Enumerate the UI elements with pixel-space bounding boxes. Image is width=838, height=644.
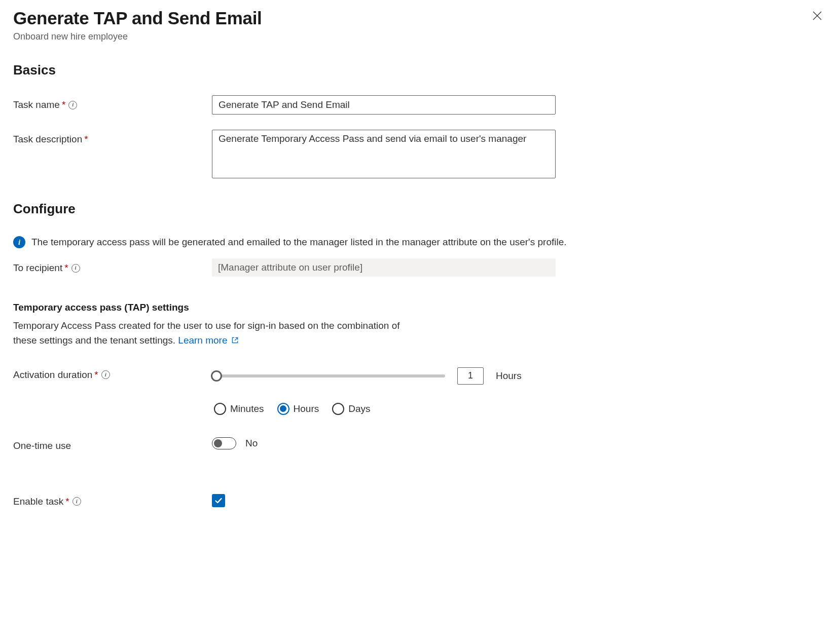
to-recipient-label: To recipient: [13, 262, 62, 274]
toggle-knob: [214, 439, 222, 447]
external-link-icon: [231, 336, 239, 344]
enable-task-label: Enable task: [13, 496, 63, 507]
radio-icon: [277, 403, 289, 415]
info-icon[interactable]: i: [68, 101, 77, 109]
activation-duration-slider[interactable]: [212, 374, 445, 377]
required-marker: *: [84, 134, 88, 145]
basics-heading: Basics: [13, 62, 825, 78]
radio-label: Days: [348, 403, 370, 414]
required-marker: *: [94, 369, 98, 381]
check-icon: [214, 496, 223, 505]
configure-heading: Configure: [13, 201, 825, 217]
page-title: Generate TAP and Send Email: [13, 8, 262, 28]
close-icon: [812, 10, 823, 21]
radio-icon: [214, 403, 226, 415]
activation-duration-value[interactable]: [457, 367, 484, 385]
to-recipient-field: [Manager attribute on user profile]: [212, 258, 556, 277]
enable-task-checkbox[interactable]: [212, 494, 225, 507]
required-marker: *: [65, 496, 69, 507]
task-name-label: Task name: [13, 99, 60, 110]
info-icon[interactable]: i: [71, 264, 80, 273]
required-marker: *: [64, 262, 68, 274]
task-description-input[interactable]: Generate Temporary Access Pass and send …: [212, 130, 556, 178]
radio-days[interactable]: Days: [332, 403, 370, 415]
page-subtitle: Onboard new hire employee: [13, 31, 262, 42]
info-icon[interactable]: i: [72, 497, 81, 506]
learn-more-link[interactable]: Learn more: [178, 335, 238, 346]
activation-duration-unit: Hours: [496, 370, 522, 382]
tap-settings-description: Temporary Access Pass created for the us…: [13, 318, 414, 348]
info-icon[interactable]: i: [101, 370, 110, 379]
info-banner-text: The temporary access pass will be genera…: [31, 237, 567, 248]
close-button[interactable]: [810, 8, 825, 23]
radio-label: Hours: [294, 403, 319, 414]
radio-hours[interactable]: Hours: [277, 403, 319, 415]
duration-unit-radio-group: Minutes Hours Days: [214, 403, 825, 415]
radio-icon: [332, 403, 344, 415]
one-time-use-label: One-time use: [13, 440, 71, 451]
one-time-use-toggle[interactable]: [212, 437, 236, 449]
activation-duration-label: Activation duration: [13, 369, 92, 381]
required-marker: *: [62, 99, 65, 110]
task-name-input[interactable]: [212, 95, 556, 115]
tap-settings-heading: Temporary access pass (TAP) settings: [13, 302, 825, 313]
one-time-use-state: No: [245, 438, 258, 449]
radio-minutes[interactable]: Minutes: [214, 403, 264, 415]
info-badge-icon: i: [13, 236, 25, 248]
task-description-label: Task description: [13, 134, 82, 145]
slider-thumb[interactable]: [211, 370, 222, 382]
radio-label: Minutes: [230, 403, 264, 414]
